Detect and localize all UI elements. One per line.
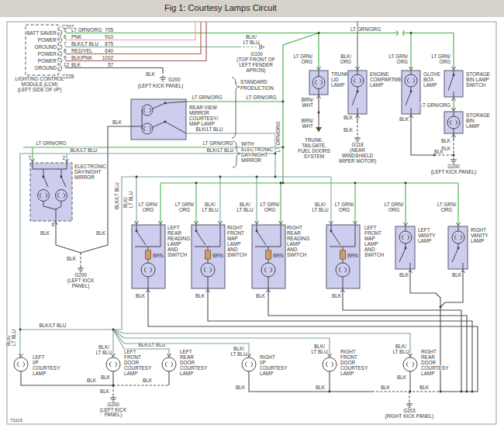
- left-front-door-courtesy-lamp-label: DOOR: [124, 360, 140, 365]
- junction-dot: [112, 385, 115, 387]
- lcm-caption: LIGHTING CONTROL: [15, 76, 64, 81]
- g100-label: APRON): [247, 67, 266, 74]
- right-rear-door-courtesy-lamp-label: RIGHT: [421, 349, 437, 354]
- pin-number: 8: [64, 48, 67, 54]
- resistor-icon: [340, 250, 346, 259]
- g118-label: WINDSHIELD: [342, 153, 374, 158]
- left-vanity-lamp: LEFTVANITYLAMP: [395, 223, 436, 273]
- wire-label: BLK: [332, 293, 342, 299]
- right-vanity-lamp-label: VANITY: [471, 233, 488, 238]
- wire-label: BRN/: [302, 97, 313, 102]
- wire-color-label: BLK/PNK: [71, 55, 93, 60]
- junction-dot: [282, 147, 285, 149]
- junction-dot: [440, 306, 442, 309]
- lamp-icon: [14, 357, 28, 371]
- glove-box-lamp-label: BOX: [423, 77, 434, 82]
- right-rear-door-courtesy-lamp-label: REAR: [421, 354, 435, 360]
- left-front-map-lamp-and-switch-label: SWITCH: [364, 252, 385, 257]
- storage-bin-lamp-switch: STORAGEBIN LAMPSWITCH: [444, 67, 490, 101]
- right-rear-door-courtesy-lamp-label: COURTESY: [421, 365, 449, 371]
- pin-arc-icon: [60, 37, 62, 43]
- wiring-diagram-page: 71115C207C228BATT SAVER5LT GRN/ORG705POW…: [0, 0, 504, 428]
- engine-compartment-lamp-label: ENGINE: [370, 71, 389, 77]
- wire-label: LT GRN/: [175, 202, 195, 207]
- right-rear-door-courtesy-lamp-label: DOOR: [421, 360, 437, 365]
- right-front-map-lamp-and-switch: BRNRIGHTFRONTMAPLAMPANDSWITCH: [192, 221, 247, 292]
- left-front-map-lamp-and-switch-label: AND: [364, 247, 375, 252]
- wire: [411, 114, 434, 155]
- wire-label: BLK: [399, 116, 409, 122]
- wire-label: ORG: [339, 207, 350, 212]
- wire-label: WHT: [302, 123, 313, 129]
- lamp-icon: [242, 357, 256, 371]
- rear-view-mirror-courtesy-map-lamp-label: MIRROR: [189, 110, 209, 116]
- right-vanity-lamp-label: LAMP: [471, 238, 484, 243]
- wire-label: LT GRN/ORG: [192, 95, 222, 100]
- trunk-lid-lamp-label: LAMP: [331, 82, 344, 88]
- wire-label: BLK: [40, 230, 50, 236]
- variant-brace: [233, 141, 240, 167]
- wire-label: STANDARD: [240, 79, 268, 85]
- left-ip-courtesy-lamp-label: LAMP: [33, 371, 46, 376]
- storage-bin-lamp: STORAGEBINLAMP: [444, 108, 490, 137]
- wire-label: BLK: [101, 374, 111, 380]
- wire-label: LT GRN/ORG: [275, 122, 281, 152]
- g200-right-label: (LEFT KICK PANEL): [431, 169, 477, 175]
- wire: [81, 245, 108, 253]
- wire-color-label: LT GRN/ORG: [71, 27, 102, 33]
- right-ip-courtesy-lamp-label: RIGHT: [260, 354, 275, 360]
- junction-dot: [410, 32, 413, 34]
- wire-label: TAILGATE,: [302, 143, 326, 148]
- wire-color-label: BLK/LT BLU: [71, 41, 98, 47]
- glove-box-lamp-label: GLOVE: [423, 71, 440, 77]
- electronic-day-night-mirror-label: DAY/NIGHT: [74, 169, 101, 174]
- electronic-day-night-mirror-label: MIRROR: [74, 174, 95, 180]
- wire: [148, 288, 478, 392]
- junction-dot: [219, 176, 222, 178]
- pin-number: 7: [64, 41, 67, 47]
- circuit-number: 640: [105, 48, 113, 54]
- trunk-lid-lamp: TRUNKLIDLAMP: [309, 67, 349, 98]
- wire-label: LT GRN/: [261, 202, 280, 207]
- right-front-door-courtesy-lamp-label: RIGHT: [340, 349, 356, 354]
- right-vanity-lamp-label: RIGHT: [471, 227, 486, 233]
- wire-label: LT BLU: [243, 40, 259, 45]
- wire-label: BLK/: [240, 202, 250, 207]
- junction-dot: [405, 182, 407, 185]
- left-rear-door-courtesy-lamp-label: REAR: [180, 354, 194, 360]
- right-ip-courtesy-lamp-label: COURTESY: [260, 365, 288, 371]
- circuit-number: 875: [105, 41, 113, 47]
- left-rear-door-courtesy-lamp-label: LAMP: [180, 371, 193, 376]
- trunk-lid-lamp-label: LID: [331, 77, 339, 82]
- left-rear-reading-lamp-and-switch-label: AND: [167, 247, 178, 252]
- figure-title: Fig 1: Courtesy Lamps Circuit: [164, 3, 277, 12]
- wire-label: BLK/LT BLU: [207, 147, 234, 153]
- wire-label: ELECTRONIC: [241, 147, 274, 152]
- junction-dot: [195, 182, 198, 185]
- wire-label: LT GRN/ORG: [350, 26, 381, 32]
- pin-number: 12: [64, 62, 70, 67]
- left-front-door-courtesy-lamp-label: LAMP: [124, 371, 137, 376]
- electronic-day-night-mirror: ELECTRONICDAY/NIGHTMIRROR: [30, 159, 107, 225]
- wire-label: LT BLU: [312, 207, 328, 212]
- wire-label: SYSTEM: [304, 154, 324, 159]
- wire-label: ORG: [388, 207, 400, 212]
- wire-label: BLK/: [395, 343, 406, 349]
- wire-color-label: BLK: [71, 62, 81, 67]
- wire-label: BLK: [67, 256, 77, 261]
- wire-label: LT GRN/: [335, 202, 354, 207]
- wire-label: BLK/LT BLU: [71, 147, 98, 153]
- junction-dot: [274, 153, 277, 155]
- wire-label: LT GRN/: [437, 202, 457, 207]
- junction-dot: [164, 102, 167, 105]
- wire-label: LT BLU: [230, 351, 247, 357]
- lighting-control-module: C207C228BATT SAVER5LT GRN/ORG705POWER6PN…: [15, 24, 113, 94]
- pin-number: 6: [64, 34, 67, 40]
- wire-label: BLK/LT BLU: [40, 323, 67, 328]
- junction-dot: [329, 391, 331, 393]
- wire-label: BLK/: [5, 335, 11, 346]
- wire-label: LT GRN/ORG: [36, 140, 66, 146]
- resistor-label: BRN: [347, 253, 358, 258]
- wire-label: BLK: [136, 293, 146, 299]
- wire-label: BLK: [343, 127, 354, 133]
